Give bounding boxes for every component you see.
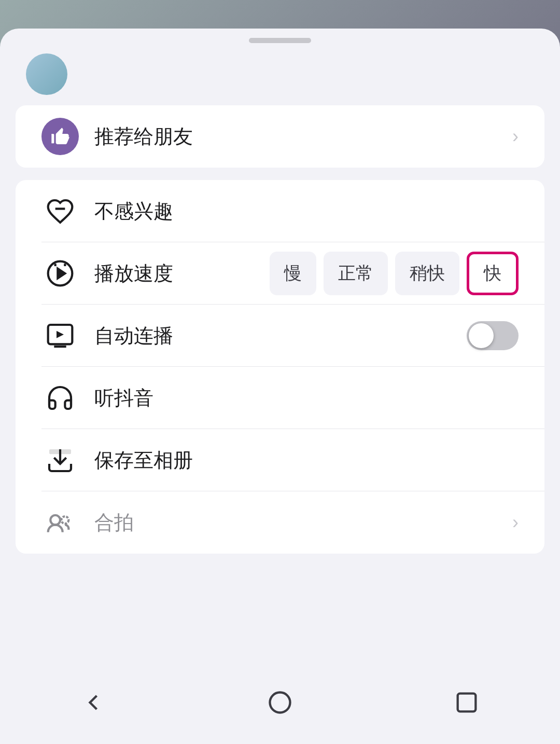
speed-controls: 慢 正常 稍快 快 (270, 252, 519, 295)
thumbs-up-icon (41, 118, 79, 155)
svg-rect-9 (49, 449, 71, 454)
collab-item[interactable]: 合拍 › (16, 491, 544, 554)
speed-item[interactable]: 播放速度 慢 正常 稍快 快 (16, 242, 544, 305)
collab-icon (41, 504, 79, 541)
home-button[interactable] (259, 682, 301, 723)
broken-heart-icon (41, 192, 79, 230)
collab-label: 合拍 (94, 509, 512, 536)
speed-slow-button[interactable]: 慢 (270, 252, 316, 295)
bottom-navigation (0, 671, 560, 744)
recommend-card: 推荐给朋友 › (16, 105, 544, 168)
listen-item[interactable]: 听抖音 (16, 367, 544, 429)
recent-apps-button[interactable] (446, 682, 487, 723)
svg-point-10 (50, 515, 60, 525)
svg-point-12 (270, 693, 290, 713)
chevron-right-icon: › (512, 126, 519, 147)
dislike-label: 不感兴趣 (94, 198, 519, 225)
autoplay-label: 自动连播 (94, 323, 467, 349)
speed-fast-button[interactable]: 快 (467, 252, 519, 295)
drag-handle[interactable] (249, 38, 311, 43)
avatar-row (0, 48, 560, 105)
speed-slightly-fast-button[interactable]: 稍快 (395, 252, 459, 295)
save-item[interactable]: 保存至相册 (16, 429, 544, 491)
headphone-icon (41, 379, 79, 417)
autoplay-toggle[interactable] (467, 321, 519, 350)
toggle-knob (469, 323, 494, 348)
save-label: 保存至相册 (94, 447, 519, 474)
autoplay-item[interactable]: 自动连播 (16, 305, 544, 367)
collab-chevron-icon: › (512, 512, 519, 533)
recommend-label: 推荐给朋友 (94, 123, 512, 150)
svg-rect-13 (458, 694, 476, 712)
dislike-item[interactable]: 不感兴趣 (16, 180, 544, 242)
playback-speed-icon (41, 255, 79, 292)
svg-marker-6 (57, 331, 64, 338)
svg-marker-2 (58, 269, 65, 279)
recommend-item[interactable]: 推荐给朋友 › (16, 105, 544, 168)
svg-point-11 (61, 516, 68, 523)
listen-label: 听抖音 (94, 385, 519, 411)
bottom-sheet: 推荐给朋友 › 不感兴趣 (0, 29, 560, 744)
speed-normal-button[interactable]: 正常 (324, 252, 388, 295)
avatar (26, 53, 67, 95)
back-button[interactable] (73, 682, 114, 723)
download-icon (41, 442, 79, 479)
autoplay-icon (41, 317, 79, 354)
speed-label: 播放速度 (94, 260, 270, 287)
main-menu-card: 不感兴趣 播放速度 慢 正常 稍快 快 (16, 180, 544, 554)
